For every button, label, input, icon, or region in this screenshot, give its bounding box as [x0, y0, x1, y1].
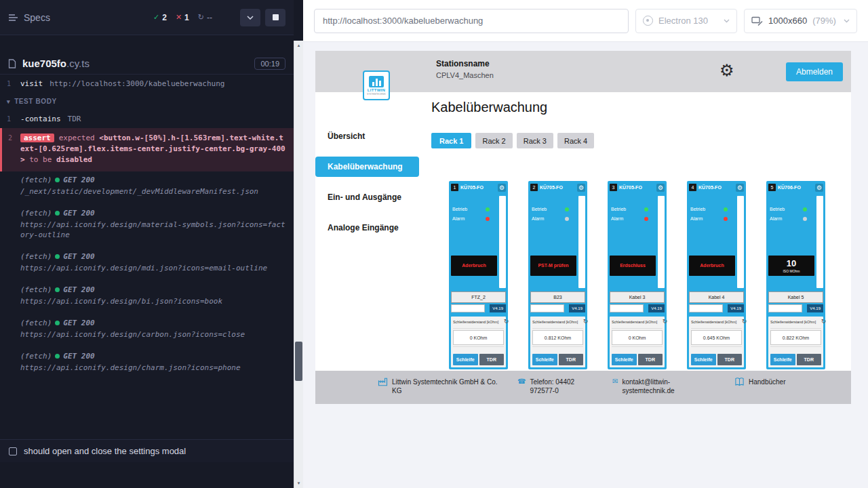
fetch-log-entry[interactable]: (fetch)GET 200 https://api.iconify.desig…: [0, 248, 294, 277]
settings-gear-icon[interactable]: ⚙: [719, 60, 734, 81]
stat-failed: ✕1: [176, 13, 189, 22]
command-contains[interactable]: 1-containsTDR: [0, 111, 294, 127]
tdr-button[interactable]: TDR: [717, 354, 743, 365]
version-badge: V4.19: [728, 304, 744, 312]
littwin-logo: LITTWIN SYSTEMTECHNIK: [363, 70, 390, 100]
schleife-button[interactable]: Schleife: [453, 354, 478, 365]
refresh-icon[interactable]: ↻: [663, 319, 668, 325]
chevron-down-icon: [724, 19, 730, 23]
test-body-toggle[interactable]: ▾ TEST BODY: [0, 92, 294, 111]
device-cards: 1 KÜ705-FO ⚙ Betrieb Alarm Aderbruch: [431, 181, 851, 369]
fetch-log-entry[interactable]: (fetch)GET 200 https://api.iconify.desig…: [0, 281, 294, 310]
url-input[interactable]: [314, 9, 629, 33]
electron-icon: [643, 16, 653, 26]
next-test-row[interactable]: should open and close the settings modal: [0, 439, 294, 462]
alarm-led: [803, 217, 807, 221]
stop-tests-button[interactable]: [265, 9, 285, 26]
schleife-button[interactable]: Schleife: [691, 354, 716, 365]
cable-indicator: [578, 196, 585, 288]
version-field: [689, 304, 723, 312]
app-footer: Littwin Systemtechnik GmbH & Co. KG ☎ Te…: [315, 371, 851, 404]
schleife-button[interactable]: Schleife: [770, 354, 795, 365]
status-200-dot: [55, 211, 60, 216]
factory-icon: [378, 377, 388, 387]
status-display: Erdschluss: [610, 256, 656, 276]
refresh-icon[interactable]: ↻: [742, 319, 747, 325]
schleife-button[interactable]: Schleife: [612, 354, 637, 365]
logout-button[interactable]: Abmelden: [786, 62, 843, 81]
reporter-header: Specs ✓2 ✕1 ↻--: [0, 0, 294, 35]
tdr-button[interactable]: TDR: [638, 354, 663, 365]
device-number: 1: [451, 184, 458, 191]
resistance-value: 0 KOhm: [612, 330, 663, 345]
fetch-log-entry[interactable]: (fetch)GET 200 /_next/static/development…: [0, 171, 294, 200]
tab-rack-2[interactable]: Rack 2: [475, 133, 512, 148]
specs-label: Specs: [24, 12, 50, 23]
app-header: LITTWIN SYSTEMTECHNIK Stationsname CPLV4…: [315, 51, 851, 92]
viewport-size: 1000x660: [768, 16, 807, 26]
stat-pending: ↻--: [198, 13, 212, 22]
reporter-scrollbar[interactable]: ▲ ▼: [294, 41, 303, 488]
status-200-dot: [55, 178, 60, 182]
device-gear-icon[interactable]: ⚙: [815, 184, 823, 192]
resistance-value: 0.645 KOhm: [691, 330, 742, 345]
specs-nav-link[interactable]: Specs: [8, 12, 50, 23]
footer-manuals-link[interactable]: Handbücher: [734, 378, 785, 387]
device-gear-icon[interactable]: ⚙: [577, 184, 585, 192]
cable-indicator: [658, 196, 665, 288]
aut-frame: LITTWIN SYSTEMTECHNIK Stationsname CPLV4…: [315, 51, 851, 404]
betrieb-led: [644, 207, 648, 211]
refresh-icon[interactable]: ↻: [821, 319, 827, 325]
refresh-icon[interactable]: ↻: [583, 319, 589, 325]
chevron-down-icon: [844, 19, 850, 23]
station-info: Stationsname CPLV4_Maschen: [436, 59, 494, 79]
fetch-log-entry[interactable]: (fetch)GET 200 https://api.iconify.desig…: [0, 314, 294, 343]
scrollbar-thumb[interactable]: [295, 342, 302, 381]
screen: Specs ✓2 ✕1 ↻-- kue705fo.cy.ts 00:19 1vi…: [0, 0, 868, 488]
nav-item-uebersicht[interactable]: Übersicht: [315, 126, 420, 146]
tdr-button[interactable]: TDR: [479, 354, 505, 365]
command-visit[interactable]: 1visithttp://localhost:3000/kabelueberwa…: [0, 76, 294, 92]
cable-name: FTZ_2: [451, 291, 506, 303]
cable-name: Kabel 3: [610, 291, 665, 303]
resistance-section: Schleifenwiderstand [kOhm]↻ 0 KOhm Schle…: [451, 317, 506, 367]
scroll-up-arrow[interactable]: ▲: [294, 41, 303, 49]
viewport-select[interactable]: 1000x660 (79%): [744, 9, 857, 33]
status-display: Aderbruch: [451, 256, 497, 276]
nav-item-kabelueberwachung[interactable]: Kabelüberwachung: [315, 157, 419, 177]
version-badge: V4.19: [807, 304, 823, 312]
version-field: [768, 304, 802, 312]
command-assert-failed[interactable]: 2assertexpected <button.w-[50%].h-[1.563…: [0, 128, 294, 171]
tab-rack-4[interactable]: Rack 4: [557, 133, 594, 148]
alarm-led: [644, 217, 648, 221]
tab-rack-1[interactable]: Rack 1: [431, 133, 471, 148]
app-sidebar-nav: Übersicht Kabelüberwachung Ein- und Ausg…: [315, 92, 420, 404]
scroll-down-arrow[interactable]: ▼: [294, 479, 303, 487]
device-card: 1 KÜ705-FO ⚙ Betrieb Alarm Aderbruch: [449, 181, 508, 369]
resistance-value: 0.822 KOhm: [770, 330, 821, 345]
schleife-button[interactable]: Schleife: [532, 354, 557, 365]
device-gear-icon[interactable]: ⚙: [498, 184, 506, 192]
device-gear-icon[interactable]: ⚙: [736, 184, 744, 192]
collapse-panel-button[interactable]: [240, 9, 260, 26]
app-main: Kabelüberwachung Rack 1 Rack 2 Rack 3 Ra…: [420, 92, 851, 404]
refresh-icon[interactable]: ↻: [504, 319, 509, 325]
nav-item-analoge-eingaenge[interactable]: Analoge Eingänge: [315, 218, 420, 238]
betrieb-led: [803, 207, 807, 211]
betrieb-led: [486, 207, 490, 211]
spec-timer: 00:19: [254, 58, 285, 70]
tdr-button[interactable]: TDR: [559, 354, 584, 365]
tab-rack-3[interactable]: Rack 3: [517, 133, 553, 148]
version-badge: V4.19: [490, 304, 506, 312]
specs-list-icon: [8, 14, 18, 22]
tdr-button[interactable]: TDR: [797, 354, 822, 365]
nav-item-ein-und-ausgaenge[interactable]: Ein- und Ausgänge: [315, 187, 420, 207]
spec-name[interactable]: kue705fo.cy.ts: [22, 58, 90, 69]
device-card: 4 KÜ705-FO ⚙ Betrieb Alarm Aderbruch: [687, 181, 746, 369]
device-model: KÜ705-FO: [619, 185, 656, 190]
fetch-log-entry[interactable]: (fetch)GET 200 https://api.iconify.desig…: [0, 205, 294, 243]
browser-select[interactable]: Electron 130: [635, 9, 737, 33]
phone-icon: ☎: [517, 377, 526, 386]
fetch-log-entry[interactable]: (fetch)GET 200 https://api.iconify.desig…: [0, 348, 294, 376]
device-gear-icon[interactable]: ⚙: [656, 184, 665, 192]
